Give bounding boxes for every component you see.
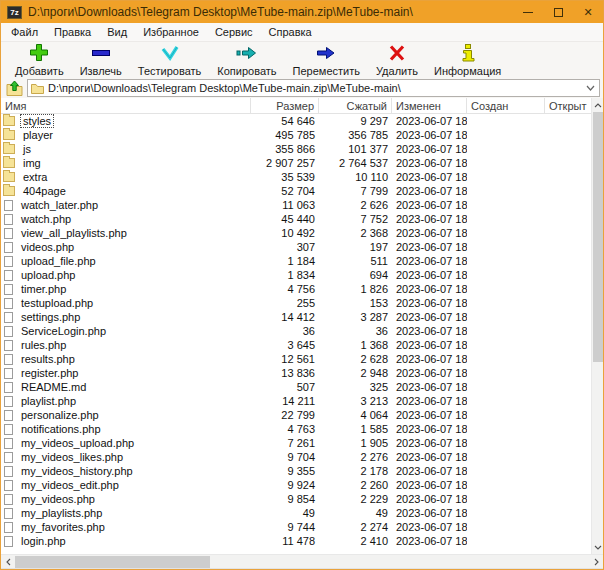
column-header-size[interactable]: Размер xyxy=(251,98,319,113)
scroll-down-icon[interactable] xyxy=(592,540,603,554)
up-directory-button[interactable] xyxy=(4,79,24,97)
file-name-cell[interactable]: upload.php xyxy=(1,268,251,282)
file-name-cell[interactable]: my_videos_likes.php xyxy=(1,450,251,464)
column-header-modified[interactable]: Изменен xyxy=(392,98,467,113)
menu-favorites[interactable]: Избранное xyxy=(135,23,207,41)
file-name-cell[interactable]: rules.php xyxy=(1,338,251,352)
file-name-cell[interactable]: personalize.php xyxy=(1,408,251,422)
file-name-cell[interactable]: ServiceLogin.php xyxy=(1,324,251,338)
file-row[interactable]: login.php11 4782 4102023-06-07 18:17 xyxy=(1,534,591,548)
file-name-cell[interactable]: playlist.php xyxy=(1,394,251,408)
horizontal-scrollbar[interactable] xyxy=(1,554,603,568)
file-name-cell[interactable]: my_videos.php xyxy=(1,492,251,506)
file-row[interactable]: notifications.php4 7631 5852023-06-07 18… xyxy=(1,422,591,436)
scroll-right-icon[interactable] xyxy=(589,555,603,569)
file-row[interactable]: timer.php4 7561 8262023-06-07 18:17 xyxy=(1,282,591,296)
file-row[interactable]: playlist.php14 2113 2132023-06-07 18:17 xyxy=(1,394,591,408)
file-row[interactable]: my_videos.php9 8542 2292023-06-07 18:17 xyxy=(1,492,591,506)
scroll-left-icon[interactable] xyxy=(1,555,15,569)
file-name-cell[interactable]: player xyxy=(1,128,251,142)
file-row[interactable]: register.php13 8362 9482023-06-07 18:17 xyxy=(1,366,591,380)
file-row[interactable]: player495 785356 7852023-06-07 18:17 xyxy=(1,128,591,142)
file-row[interactable]: settings.php14 4123 2872023-06-07 18:17 xyxy=(1,310,591,324)
copy-button[interactable]: Копировать xyxy=(209,44,284,77)
file-row[interactable]: my_videos_likes.php9 7042 2762023-06-07 … xyxy=(1,450,591,464)
extract-button[interactable]: Извлечь xyxy=(72,44,130,77)
file-name-cell[interactable]: my_videos_edit.php xyxy=(1,478,251,492)
file-name-cell[interactable]: my_favorites.php xyxy=(1,520,251,534)
vertical-scrollbar[interactable] xyxy=(591,98,603,554)
file-row[interactable]: ServiceLogin.php36362023-06-07 18:17 xyxy=(1,324,591,338)
add-button[interactable]: Добавить xyxy=(7,44,72,77)
file-name-cell[interactable]: js xyxy=(1,142,251,156)
menu-view[interactable]: Вид xyxy=(99,23,135,41)
file-row[interactable]: extra35 53910 1102023-06-07 18:17 xyxy=(1,170,591,184)
file-name-cell[interactable]: timer.php xyxy=(1,282,251,296)
file-row[interactable]: rules.php3 6451 3682023-06-07 18:17 xyxy=(1,338,591,352)
file-name-cell[interactable]: img xyxy=(1,156,251,170)
file-name-cell[interactable]: my_videos_upload.php xyxy=(1,436,251,450)
file-row[interactable]: upload.php1 8346942023-06-07 18:17 xyxy=(1,268,591,282)
file-row[interactable]: js355 866101 3772023-06-07 18:17 xyxy=(1,142,591,156)
file-icon xyxy=(4,494,13,505)
file-row[interactable]: my_videos_edit.php9 9242 2602023-06-07 1… xyxy=(1,478,591,492)
file-name-cell[interactable]: results.php xyxy=(1,352,251,366)
file-row[interactable]: 404page52 7047 7992023-06-07 18:17 xyxy=(1,184,591,198)
vertical-scroll-thumb[interactable] xyxy=(593,112,603,362)
file-row[interactable]: watch_later.php11 0632 6262023-06-07 18:… xyxy=(1,198,591,212)
menu-edit[interactable]: Правка xyxy=(46,23,99,41)
file-row[interactable]: img2 907 2572 764 5372023-06-07 18:17 xyxy=(1,156,591,170)
file-row[interactable]: my_playlists.php49492023-06-07 18:17 xyxy=(1,506,591,520)
file-name-cell[interactable]: styles xyxy=(1,114,251,128)
close-button[interactable]: ✕ xyxy=(573,1,603,23)
file-row[interactable]: view_all_playlists.php10 4922 3682023-06… xyxy=(1,226,591,240)
file-row[interactable]: personalize.php22 7994 0642023-06-07 18:… xyxy=(1,408,591,422)
file-row[interactable]: styles54 6469 2972023-06-07 18:17 xyxy=(1,114,591,128)
column-header-opened[interactable]: Открыт xyxy=(545,98,591,113)
scroll-up-icon[interactable] xyxy=(592,98,603,112)
column-header-name[interactable]: Имя xyxy=(1,98,251,113)
file-name-cell[interactable]: extra xyxy=(1,170,251,184)
maximize-button[interactable] xyxy=(543,1,573,23)
file-row[interactable]: my_favorites.php9 7442 2742023-06-07 18:… xyxy=(1,520,591,534)
menu-help[interactable]: Справка xyxy=(261,23,320,41)
file-name-cell[interactable]: watch.php xyxy=(1,212,251,226)
file-row[interactable]: results.php12 5612 6282023-06-07 18:17 xyxy=(1,352,591,366)
file-name-cell[interactable]: watch_later.php xyxy=(1,198,251,212)
file-row[interactable]: upload_file.php1 1845112023-06-07 18:17 xyxy=(1,254,591,268)
file-row[interactable]: my_videos_upload.php7 2611 9052023-06-07… xyxy=(1,436,591,450)
move-button[interactable]: Переместить xyxy=(285,44,368,77)
file-name-cell[interactable]: upload_file.php xyxy=(1,254,251,268)
file-row[interactable]: README.md5073252023-06-07 18:17 xyxy=(1,380,591,394)
file-name-cell[interactable]: notifications.php xyxy=(1,422,251,436)
horizontal-scroll-track[interactable] xyxy=(15,555,589,568)
info-button[interactable]: Информация xyxy=(426,44,509,77)
column-header-packed[interactable]: Сжатый xyxy=(319,98,392,113)
menu-tools[interactable]: Сервис xyxy=(207,23,261,41)
file-name-cell[interactable]: login.php xyxy=(1,534,251,548)
file-name-cell[interactable]: my_playlists.php xyxy=(1,506,251,520)
file-modified: 2023-06-07 18:17 xyxy=(392,171,467,183)
minimize-button[interactable] xyxy=(513,1,543,23)
file-row[interactable]: watch.php45 4407 7522023-06-07 18:17 xyxy=(1,212,591,226)
file-name-cell[interactable]: settings.php xyxy=(1,310,251,324)
file-modified: 2023-06-07 18:17 xyxy=(392,423,467,435)
column-header-created[interactable]: Создан xyxy=(467,98,545,113)
file-name-cell[interactable]: testupload.php xyxy=(1,296,251,310)
menu-file[interactable]: Файл xyxy=(3,23,46,41)
horizontal-scroll-thumb[interactable] xyxy=(15,556,210,568)
delete-button[interactable]: Удалить xyxy=(368,44,426,77)
file-name-cell[interactable]: my_videos_history.php xyxy=(1,464,251,478)
file-name-cell[interactable]: 404page xyxy=(1,184,251,198)
test-button[interactable]: Тестировать xyxy=(130,44,210,77)
file-name-cell[interactable]: videos.php xyxy=(1,240,251,254)
vertical-scroll-track[interactable] xyxy=(592,112,603,540)
file-name-cell[interactable]: register.php xyxy=(1,366,251,380)
file-row[interactable]: testupload.php2551532023-06-07 18:17 xyxy=(1,296,591,310)
file-name-cell[interactable]: README.md xyxy=(1,380,251,394)
file-row[interactable]: my_videos_history.php9 3552 1782023-06-0… xyxy=(1,464,591,478)
file-row[interactable]: videos.php3071972023-06-07 18:17 xyxy=(1,240,591,254)
file-name-cell[interactable]: view_all_playlists.php xyxy=(1,226,251,240)
dropdown-chevron-icon[interactable] xyxy=(584,85,596,91)
address-combo[interactable]: D:\проги\Downloads\Telegram Desktop\MeTu… xyxy=(27,79,600,97)
